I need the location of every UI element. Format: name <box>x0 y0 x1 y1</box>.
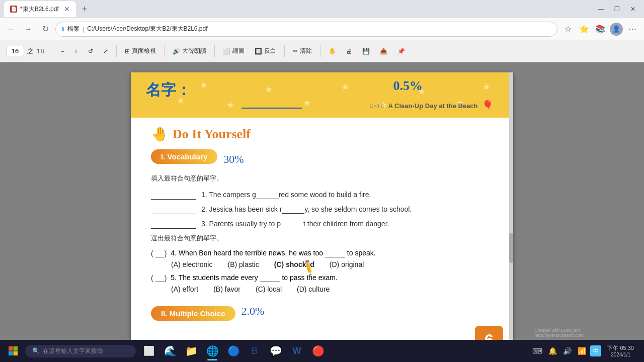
q4-text: 4. When Ben heard the terrible news, he … <box>171 249 375 257</box>
answer-line-2 <box>151 205 196 214</box>
taskbar-app-green[interactable]: 💬 <box>266 340 286 362</box>
shrink-button[interactable]: ⬜縮圖 <box>219 45 249 57</box>
minimize-button[interactable]: — <box>594 4 608 15</box>
question-3: 3. Parents usually try to p t their chil… <box>151 219 493 229</box>
pin-button[interactable]: 📌 <box>393 46 409 57</box>
collections-button[interactable]: 📚 <box>593 22 608 37</box>
maximize-button[interactable]: ❐ <box>610 4 624 15</box>
q1-text: 1. The campers g red some wood to build … <box>201 191 371 199</box>
forward-button[interactable]: → <box>21 22 35 36</box>
star-decoration: ★ <box>265 84 273 95</box>
separator-2 <box>116 45 117 57</box>
more-button[interactable]: ⋯ <box>625 22 640 37</box>
taskbar-app-chrome[interactable]: 🔴 <box>308 340 328 362</box>
page-number-input[interactable] <box>6 46 24 56</box>
task-view-icon: ⬜ <box>143 345 154 356</box>
section-two-header: II. Multiple Choice <box>151 306 235 321</box>
read-aloud-icon: 🔊 <box>173 48 180 55</box>
pdf-scrollbar-thumb[interactable] <box>509 233 513 263</box>
print-button[interactable]: 🖨 <box>342 46 356 57</box>
content-area: ★ ★ ★ ★ ★ ★ ★ ★ ★ ★ ★ 名字： <box>0 62 644 340</box>
mc-q5-row: ( ) 5. The students made every to pass t… <box>151 274 493 282</box>
speaker-icon[interactable]: 🔊 <box>561 345 574 357</box>
zoom-in-button[interactable]: + <box>70 46 82 57</box>
pencil-cursor-overlay: ✏️ <box>302 261 315 274</box>
language-badge[interactable]: 中 <box>590 345 601 356</box>
question-1: 1. The campers g red some wood to build … <box>151 190 493 200</box>
taskbar-app-word[interactable]: W <box>287 340 307 362</box>
clear-icon: ✏ <box>293 48 298 55</box>
hand-tool-button[interactable]: ✋ <box>325 46 340 57</box>
pdf-scrollbar-track[interactable] <box>509 72 513 340</box>
star-button[interactable]: ☆ <box>560 22 576 37</box>
q3-text: 3. Parents usually try to p t their chil… <box>201 220 389 228</box>
q2-text: 2. Jessica has been sick r y, so she sel… <box>201 205 412 214</box>
taskbar-app-search[interactable]: 🌐 <box>202 340 222 362</box>
q2-blank <box>282 205 304 214</box>
reverse-button[interactable]: 🔲反白 <box>251 45 280 57</box>
zoom-out-button[interactable]: − <box>56 46 68 57</box>
save-button[interactable]: 💾 <box>358 46 374 57</box>
taskbar-app-blue[interactable]: 🔵 <box>223 340 244 362</box>
taskbar-app-b[interactable]: B <box>245 340 265 362</box>
fill-instruction: 填入最符合句意的單字。 <box>151 174 493 183</box>
svg-rect-0 <box>9 346 13 351</box>
share-icon: 📤 <box>380 48 387 55</box>
section-one: I. Vocabulary 30% 填入最符合句意的單字。 1. Th <box>151 149 493 293</box>
save-icon: 💾 <box>362 48 370 55</box>
clear-button[interactable]: ✏清除 <box>289 45 316 57</box>
refresh-button[interactable]: ↻ <box>38 22 52 36</box>
keyboard-icon[interactable]: ⌨ <box>530 345 544 357</box>
title-bar: 📄 *東大B2L6.pdf ✕ + — ❐ ✕ <box>0 0 644 18</box>
profile-button[interactable]: 👤 <box>609 22 624 37</box>
chrome-icon: 🔴 <box>312 345 325 357</box>
taskbar-app-explorer[interactable]: 📁 <box>181 340 201 362</box>
taskbar-app-edge[interactable]: 🌊 <box>160 340 180 362</box>
mc-q4-choice-d: (D) original <box>330 260 364 268</box>
taskbar-clock[interactable]: 下午 05:30 2024/1/1 <box>603 342 638 359</box>
read-aloud-button[interactable]: 🔊大聲朗讀 <box>169 45 210 57</box>
mc-bracket-open-4: ( <box>151 249 153 257</box>
network-icon[interactable]: 📶 <box>576 345 588 357</box>
mc-q4-choices: (A) electronic (B) plastic (C) shocked (… <box>151 260 493 268</box>
mc-q5-choice-b: (B) favor <box>213 285 240 293</box>
active-tab[interactable]: 📄 *東大B2L6.pdf ✕ <box>4 1 76 17</box>
address-bar[interactable]: ℹ 檔案 | C:/Users/Acer/Desktop/東大B2/東大B2L6… <box>55 22 557 37</box>
rotate-icon: ↺ <box>88 48 93 55</box>
corner-badge-number: 6 <box>485 331 494 340</box>
mc-bracket-open-5: ( <box>151 274 153 282</box>
search-taskbar-icon: 🌐 <box>206 345 219 357</box>
pdf-page: ★ ★ ★ ★ ★ ★ ★ ★ ★ ★ ★ 名字： <box>131 72 513 340</box>
pdf-toolbar: 之 18 − + ↺ ⤢ ⊞頁面檢視 🔊大聲朗讀 ⬜縮圖 🔲反白 ✏清除 ✋ 🖨… <box>0 40 644 62</box>
svg-rect-3 <box>14 351 18 356</box>
taskbar-app-task-view[interactable]: ⬜ <box>139 340 159 362</box>
fill-in-questions: 1. The campers g red some wood to build … <box>151 190 493 229</box>
zoom-in-icon: + <box>74 48 77 55</box>
handwriting-score: 0.5% <box>393 78 423 94</box>
share-button[interactable]: 📤 <box>376 46 391 57</box>
page-of-label: 之 <box>27 47 34 56</box>
separator-3 <box>164 45 165 57</box>
taskbar-search-label: 在這裡輸入文字來搜尋 <box>43 347 103 355</box>
back-button[interactable]: ← <box>4 22 18 36</box>
tab-close-button[interactable]: ✕ <box>64 5 70 13</box>
taskbar-search-box[interactable]: 🔍 在這裡輸入文字來搜尋 <box>25 345 136 357</box>
page-view-button[interactable]: ⊞頁面檢視 <box>121 45 160 57</box>
section-two-label: II. Multiple Choice <box>161 309 225 318</box>
pdf-page-area[interactable]: ★ ★ ★ ★ ★ ★ ★ ★ ★ ★ ★ 名字： <box>0 62 644 340</box>
start-button[interactable] <box>2 340 24 362</box>
star-decoration: ★ <box>200 79 208 90</box>
close-button[interactable]: ✕ <box>626 4 640 15</box>
favorites-button[interactable]: ⭐ <box>577 22 592 37</box>
mc-answer-space-5 <box>155 274 165 282</box>
address-url: C:/Users/Acer/Desktop/東大B2/東大B2L6.pdf <box>87 25 207 33</box>
mc-question-4: ( ) 4. When Ben heard the terrible news,… <box>151 249 493 268</box>
mc-q5-choice-a: (A) effort <box>171 285 198 293</box>
svg-rect-1 <box>14 346 18 351</box>
notification-icon[interactable]: 🔔 <box>546 345 559 357</box>
fit-button[interactable]: ⤢ <box>99 46 112 57</box>
new-tab-button[interactable]: + <box>78 4 92 15</box>
rotate-button[interactable]: ↺ <box>84 46 97 57</box>
tab-title: *東大B2L6.pdf <box>20 5 59 14</box>
banner-emoji: 🎈 <box>482 100 493 110</box>
